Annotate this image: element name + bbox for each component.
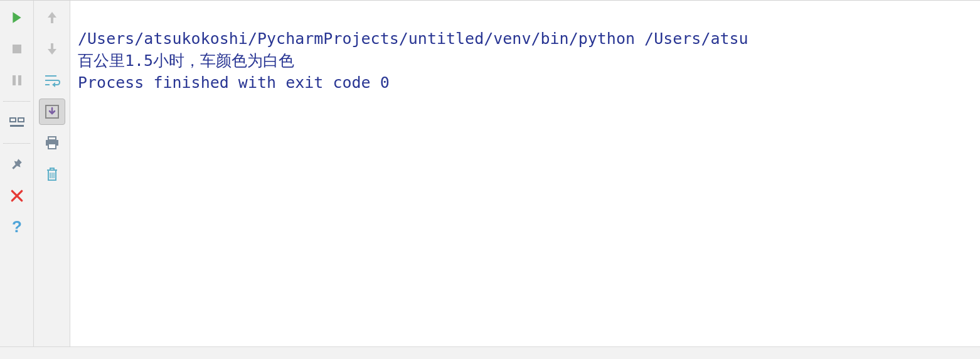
svg-rect-1	[13, 75, 16, 85]
arrow-up-icon	[46, 10, 58, 25]
console-line: /Users/atsukokoshi/PycharmProjects/untit…	[78, 28, 977, 50]
svg-rect-10	[48, 144, 56, 149]
pause-button[interactable]	[4, 67, 30, 94]
arrow-down-icon	[46, 41, 58, 56]
help-button[interactable]: ?	[4, 214, 30, 240]
print-icon	[45, 136, 60, 150]
down-button[interactable]	[39, 36, 65, 62]
layout-icon	[9, 116, 24, 129]
console-toolbar	[34, 1, 70, 359]
soft-wrap-button[interactable]	[39, 67, 65, 94]
scroll-to-end-icon	[45, 104, 60, 119]
svg-rect-0	[13, 45, 21, 53]
toolbar-divider	[3, 101, 29, 102]
console-line: 百公里1.5小时，车颜色为白色	[78, 50, 977, 72]
help-icon: ?	[10, 219, 24, 235]
toolbar-divider	[3, 143, 29, 144]
console-line: Process finished with exit code 0	[78, 72, 977, 94]
play-icon	[10, 11, 24, 24]
scroll-to-end-button[interactable]	[39, 99, 65, 125]
print-button[interactable]	[39, 130, 65, 156]
run-button[interactable]	[4, 4, 30, 31]
layout-button[interactable]	[4, 109, 30, 136]
pin-button[interactable]	[4, 151, 30, 178]
svg-rect-4	[18, 118, 24, 122]
status-bar	[0, 346, 980, 359]
stop-button[interactable]	[4, 36, 30, 62]
wrap-icon	[44, 73, 60, 87]
pin-icon	[10, 158, 24, 171]
close-icon	[10, 189, 24, 203]
stop-icon	[11, 43, 23, 55]
console-output[interactable]: /Users/atsukokoshi/PycharmProjects/untit…	[70, 1, 980, 359]
svg-rect-8	[48, 137, 56, 140]
svg-rect-2	[18, 75, 21, 85]
pause-icon	[11, 74, 23, 87]
svg-text:?: ?	[12, 219, 22, 235]
svg-rect-5	[10, 125, 24, 127]
svg-rect-3	[10, 118, 16, 122]
up-button[interactable]	[39, 4, 65, 31]
run-toolbar: ?	[0, 1, 34, 359]
clear-button[interactable]	[39, 161, 65, 188]
trash-icon	[45, 167, 59, 182]
close-button[interactable]	[4, 183, 30, 209]
